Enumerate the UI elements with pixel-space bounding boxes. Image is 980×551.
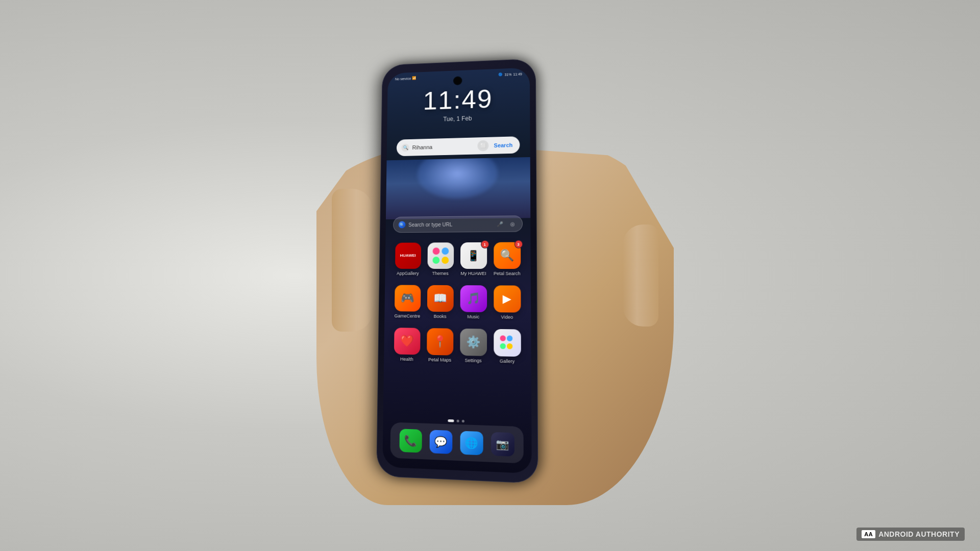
gallery-label: Gallery [500, 359, 514, 364]
dock-browser-icon: 🌐 [460, 431, 483, 456]
myhuawei-badge: 1 [481, 240, 489, 248]
app-grid: HUAWEI AppGallery Themes [391, 239, 523, 368]
wallpaper-area [386, 157, 530, 219]
dock-app-camera[interactable]: 📷 [491, 432, 514, 457]
petalmaps-icon: 📍 [427, 328, 453, 356]
settings-icon: ⚙️ [460, 329, 487, 356]
themes-icon [427, 242, 454, 269]
themes-color-1 [432, 247, 439, 255]
petalsearch-badge: 3 [514, 240, 522, 248]
myhuawei-icon: 📱 1 [460, 242, 486, 269]
petalsearch-icon: 🔍 3 [494, 242, 521, 269]
dock-phone-icon: 📞 [399, 429, 422, 453]
petalmaps-label: Petal Maps [428, 357, 451, 363]
gallery-dot-1 [500, 335, 505, 341]
clock-time: 11:49 [387, 82, 530, 116]
app-item-petalsearch[interactable]: 🔍 3 Petal Search [491, 239, 523, 280]
clock-status: 11:49 [513, 72, 522, 76]
petal-search-url-icon: 🔍 [399, 221, 406, 229]
gallery-icon [494, 329, 521, 357]
gallery-color-grid [500, 335, 514, 350]
app-item-petalmaps[interactable]: 📍 Petal Maps [424, 324, 455, 366]
dock-camera-icon: 📷 [491, 432, 514, 457]
app-item-health[interactable]: ❤️ Health [391, 324, 423, 366]
search-bar-top[interactable]: 🔍 Rihanna ⬜ Search [397, 136, 520, 156]
health-icon: ❤️ [394, 328, 420, 355]
search-circle-icon: 🔍 [401, 144, 409, 152]
health-label: Health [400, 357, 413, 362]
dock-app-messages[interactable]: 💬 [429, 430, 452, 454]
settings-label: Settings [465, 358, 482, 363]
gallery-dot-4 [506, 343, 512, 349]
phone-body: No service 📶 🔵 31% 11:49 11:49 Tue, 1 Fe… [376, 59, 538, 484]
gallery-dot-2 [506, 335, 512, 341]
phone-screen: No service 📶 🔵 31% 11:49 11:49 Tue, 1 Fe… [382, 67, 531, 473]
themes-color-2 [442, 247, 449, 255]
app-item-video[interactable]: ▶ Video [491, 282, 523, 323]
status-left: No service 📶 [395, 76, 416, 81]
dock-messages-icon: 💬 [429, 430, 452, 454]
wallpaper-blob [417, 157, 498, 199]
app-item-gallery[interactable]: Gallery [491, 325, 523, 368]
page-dot-1 [448, 419, 454, 422]
huawei-logo: HUAWEI [400, 254, 415, 258]
url-placeholder[interactable]: Search or type URL [408, 221, 492, 227]
status-carrier: No service [395, 77, 411, 81]
phone-scene: No service 📶 🔵 31% 11:49 11:49 Tue, 1 Fe… [347, 46, 633, 505]
app-item-themes[interactable]: Themes [425, 239, 456, 280]
video-label: Video [501, 314, 513, 319]
music-label: Music [467, 314, 479, 319]
status-right: 🔵 31% 11:49 [499, 72, 522, 77]
gamecentre-label: GameCentre [395, 313, 421, 319]
app-item-music[interactable]: 🎵 Music [457, 282, 489, 323]
page-dot-3 [462, 420, 464, 422]
music-icon: 🎵 [460, 285, 487, 312]
watermark: AA ANDROID AUTHORITY [856, 528, 965, 541]
voice-search-icon[interactable]: 🎤 [495, 219, 504, 229]
gallery-dot-3 [500, 343, 505, 349]
app-item-books[interactable]: 📖 Books [425, 282, 456, 323]
url-bar[interactable]: 🔍 Search or type URL 🎤 ◎ [393, 215, 523, 233]
camera-cutout [454, 77, 461, 84]
watermark-inner: AA ANDROID AUTHORITY [862, 530, 960, 538]
appgallery-label: AppGallery [397, 271, 419, 276]
page-dot-2 [457, 419, 459, 422]
dock-app-browser[interactable]: 🌐 [460, 431, 483, 456]
video-icon: ▶ [494, 285, 521, 312]
themes-label: Themes [432, 271, 449, 276]
petalsearch-label: Petal Search [494, 271, 521, 276]
watermark-text: ANDROID AUTHORITY [878, 530, 960, 538]
dock-app-phone[interactable]: 📞 [399, 429, 422, 453]
app-item-gamecentre[interactable]: 🎮 GameCentre [392, 282, 423, 322]
signal-icon: 📶 [412, 76, 416, 80]
myhuawei-label: My HUAWEI [460, 271, 486, 276]
app-item-settings[interactable]: ⚙️ Settings [457, 325, 489, 367]
app-item-appgallery[interactable]: HUAWEI AppGallery [393, 239, 423, 280]
qr-scan-icon[interactable]: ◎ [508, 219, 517, 229]
search-scan-icon[interactable]: ⬜ [478, 140, 489, 152]
themes-palette [432, 247, 449, 264]
battery-percent: 31% [504, 72, 511, 76]
search-button[interactable]: Search [492, 142, 515, 148]
appgallery-icon: HUAWEI [395, 243, 421, 269]
gamecentre-icon: 🎮 [394, 285, 420, 312]
search-query-text[interactable]: Rihanna [412, 143, 475, 151]
finger-left [332, 189, 373, 332]
dock: 📞 💬 🌐 📷 [390, 422, 523, 463]
aa-logo: AA [862, 530, 875, 538]
themes-color-3 [432, 257, 439, 264]
finger-right [623, 224, 658, 327]
books-icon: 📖 [427, 285, 453, 312]
app-item-myhuawei[interactable]: 📱 1 My HUAWEI [458, 239, 489, 280]
themes-color-4 [442, 257, 449, 264]
clock-area: 11:49 Tue, 1 Feb [387, 82, 530, 124]
bluetooth-icon: 🔵 [499, 72, 503, 77]
books-label: Books [434, 314, 447, 319]
